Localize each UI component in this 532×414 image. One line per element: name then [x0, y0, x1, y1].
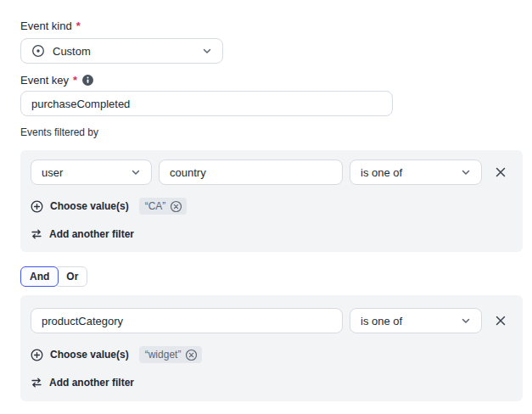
- swap-arrows-icon: [31, 378, 42, 388]
- event-key-label-text: Event key: [20, 74, 69, 87]
- choose-values-row: Choose value(s) “CA”: [31, 198, 512, 215]
- choose-values-button[interactable]: Choose value(s): [31, 349, 129, 361]
- remove-filter-button[interactable]: [489, 160, 512, 184]
- add-filter-row: Add another filter: [31, 376, 512, 389]
- filter-group-2: is one of: [20, 295, 523, 401]
- filter-row: is one of: [31, 308, 512, 333]
- event-key-input[interactable]: [20, 91, 393, 116]
- event-config-form: Event kind * Custom Event key *: [0, 0, 532, 401]
- operator-value: is one of: [361, 315, 402, 327]
- event-kind-label-text: Event kind: [20, 20, 72, 32]
- chevron-down-icon: [459, 165, 473, 179]
- context-kind-select[interactable]: user: [31, 159, 152, 185]
- operator-select[interactable]: is one of: [350, 159, 482, 185]
- logic-toggle: And Or: [20, 266, 523, 287]
- chevron-down-icon: [129, 165, 143, 179]
- remove-filter-button[interactable]: [489, 309, 512, 333]
- choose-values-label: Choose value(s): [50, 349, 129, 361]
- event-kind-select[interactable]: Custom: [20, 38, 223, 64]
- operator-select[interactable]: is one of: [350, 308, 482, 333]
- value-chip: “CA”: [139, 198, 188, 215]
- context-kind-value: user: [42, 166, 63, 179]
- filter-group-1: user is one of: [20, 150, 523, 252]
- add-another-filter-button[interactable]: Add another filter: [31, 228, 134, 240]
- add-another-filter-button[interactable]: Add another filter: [31, 377, 134, 389]
- choose-values-button[interactable]: Choose value(s): [31, 200, 129, 213]
- logic-or-button[interactable]: Or: [54, 266, 87, 287]
- add-filter-row: Add another filter: [31, 227, 512, 241]
- remove-value-icon[interactable]: [170, 200, 182, 213]
- choose-values-label: Choose value(s): [50, 200, 129, 212]
- info-icon[interactable]: [82, 75, 93, 86]
- add-another-filter-label: Add another filter: [49, 228, 134, 240]
- attribute-input[interactable]: [31, 308, 343, 333]
- event-kind-value: Custom: [53, 45, 91, 58]
- value-chip-text: “CA”: [145, 200, 166, 212]
- swap-arrows-icon: [31, 229, 42, 239]
- attribute-input[interactable]: [159, 159, 343, 185]
- chevron-down-icon: [200, 44, 214, 58]
- choose-values-row: Choose value(s) “widget”: [31, 346, 512, 363]
- close-icon: [495, 166, 507, 178]
- logic-and-button[interactable]: And: [20, 266, 59, 287]
- add-another-filter-label: Add another filter: [49, 377, 134, 389]
- remove-value-icon[interactable]: [185, 349, 198, 361]
- required-asterisk: *: [73, 74, 77, 87]
- event-kind-label: Event kind *: [20, 19, 523, 32]
- value-chip: “widget”: [139, 346, 203, 363]
- plus-circle-icon: [31, 349, 43, 361]
- custom-event-icon: [31, 44, 45, 58]
- chevron-down-icon: [459, 314, 473, 327]
- event-key-label: Event key *: [20, 73, 523, 87]
- operator-value: is one of: [361, 166, 402, 179]
- plus-circle-icon: [31, 200, 43, 213]
- close-icon: [495, 315, 507, 327]
- value-chip-text: “widget”: [145, 349, 182, 361]
- filter-row: user is one of: [31, 159, 512, 185]
- required-asterisk: *: [76, 20, 81, 32]
- events-filtered-by-label: Events filtered by: [20, 126, 523, 139]
